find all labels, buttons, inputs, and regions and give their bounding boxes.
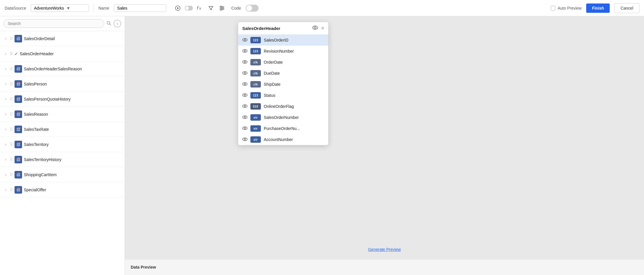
popup-field-item[interactable]: strAccountNumber: [238, 134, 328, 145]
expand-arrow-icon[interactable]: ›: [3, 97, 8, 101]
type-badge: 123: [250, 37, 261, 43]
sidebar-item-label: SalesReason: [24, 112, 48, 117]
svg-point-92: [244, 117, 246, 118]
play-button[interactable]: [173, 3, 182, 13]
popup-field-item[interactable]: 123RevisionNumber: [238, 46, 328, 57]
sidebar-item[interactable]: ›⠿ ShoppingCartItem: [0, 167, 125, 182]
toggle-button[interactable]: [184, 3, 193, 13]
field-eye-icon[interactable]: [242, 93, 247, 98]
expand-arrow-icon[interactable]: ›: [3, 142, 8, 147]
field-eye-icon[interactable]: [242, 126, 247, 131]
expand-arrow-icon[interactable]: ›: [3, 158, 8, 162]
field-eye-icon[interactable]: [242, 60, 247, 65]
field-eye-icon[interactable]: [242, 71, 247, 76]
svg-point-3: [185, 6, 189, 10]
svg-point-94: [244, 128, 246, 129]
popup-field-item[interactable]: clkDueDate: [238, 68, 328, 79]
info-icon[interactable]: i: [114, 20, 121, 27]
svg-rect-68: [18, 173, 20, 174]
sidebar-item[interactable]: ›⠿ SalesReason: [0, 107, 125, 122]
sidebar-item[interactable]: ›⠿ SalesTerritoryHistory: [0, 152, 125, 167]
sidebar-item[interactable]: ›⠿✓SalesOrderHeader: [0, 46, 125, 61]
toggle-knob: [246, 5, 252, 11]
popup-field-item[interactable]: clkShipDate: [238, 79, 328, 90]
drag-handle-icon: ⠿: [10, 51, 13, 56]
generate-preview-link[interactable]: Generate Preview: [368, 247, 401, 252]
finish-button[interactable]: Finish: [586, 3, 610, 13]
auto-preview-checkbox[interactable]: [551, 6, 555, 10]
datasource-dropdown[interactable]: AdventureWorks ▼: [31, 4, 89, 12]
sidebar-item[interactable]: ›⠿ SalesTaxRate: [0, 122, 125, 137]
drag-handle-icon: ⠿: [10, 97, 13, 101]
filter-button[interactable]: [206, 3, 216, 13]
svg-marker-1: [177, 7, 179, 9]
function-button[interactable]: fx: [195, 3, 204, 13]
field-eye-icon[interactable]: [242, 137, 247, 142]
drag-handle-icon: ⠿: [10, 82, 13, 86]
name-input[interactable]: [114, 4, 166, 12]
table-icon: [15, 126, 22, 133]
svg-point-81: [243, 60, 247, 63]
popup-field-item[interactable]: 123Status: [238, 90, 328, 101]
svg-rect-56: [18, 142, 20, 144]
sliders-button[interactable]: [217, 3, 227, 13]
sidebar-item[interactable]: ›⠿ SalesPerson: [0, 76, 125, 92]
sidebar-item[interactable]: ›⠿ SalesPersonQuotaHistory: [0, 92, 125, 107]
svg-rect-50: [18, 127, 20, 128]
sidebar-item-label: SalesPerson: [24, 82, 47, 86]
popup-field-label: SalesOrderNumber: [264, 115, 299, 120]
main-area: SalesOrderHeader × 123SalesOrderID123Rev…: [125, 16, 644, 275]
popup-field-item[interactable]: clkOrderDate: [238, 57, 328, 68]
svg-point-80: [244, 50, 246, 52]
sidebar-item-label: ShoppingCartItem: [24, 172, 57, 177]
cancel-button[interactable]: Cancel: [614, 3, 639, 13]
chevron-down-icon: ▼: [66, 6, 86, 10]
toolbar-icons: fx: [173, 3, 227, 13]
popup-close-button[interactable]: ×: [321, 26, 324, 31]
sidebar-item[interactable]: ›⠿ SalesOrderDetail: [0, 31, 125, 46]
popup-field-item[interactable]: 010OnlineOrderFlag: [238, 101, 328, 112]
search-bar: i: [0, 16, 125, 31]
expand-arrow-icon[interactable]: ›: [3, 52, 8, 56]
search-icon[interactable]: [107, 21, 111, 26]
auto-preview-area: Auto Preview: [551, 6, 582, 10]
sidebar-item[interactable]: ›⠿ SpecialOffer: [0, 182, 125, 197]
svg-rect-44: [18, 112, 20, 113]
table-icon: [15, 110, 22, 118]
popup-field-item[interactable]: strPurchaseOrderNu...: [238, 123, 328, 134]
expand-arrow-icon[interactable]: ›: [3, 173, 8, 177]
type-badge: 123: [250, 48, 261, 54]
drag-handle-icon: ⠿: [10, 127, 13, 132]
popup-header: SalesOrderHeader ×: [238, 22, 328, 35]
popup-field-item[interactable]: strSalesOrderNumber: [238, 112, 328, 123]
expand-arrow-icon[interactable]: ›: [3, 67, 8, 71]
field-eye-icon[interactable]: [242, 49, 247, 53]
expand-arrow-icon[interactable]: ›: [3, 188, 8, 192]
popup-field-label: OnlineOrderFlag: [264, 104, 294, 109]
sidebar-item[interactable]: ›⠿ SalesOrderHeaderSalesReason: [0, 61, 125, 76]
divider: [94, 3, 94, 13]
sidebar-item[interactable]: ›⠿ SalesTerritory: [0, 137, 125, 152]
field-eye-icon[interactable]: [242, 38, 247, 42]
table-icon: [15, 171, 22, 178]
svg-point-8: [220, 6, 222, 7]
expand-arrow-icon[interactable]: ›: [3, 127, 8, 131]
field-eye-icon[interactable]: [242, 104, 247, 109]
popup-field-label: OrderDate: [264, 60, 283, 65]
popup-eye-icon[interactable]: [312, 26, 318, 31]
table-icon: [15, 95, 22, 103]
top-bar: DataSource AdventureWorks ▼ Name fx: [0, 0, 644, 16]
svg-point-77: [243, 38, 247, 41]
svg-point-10: [222, 7, 224, 9]
search-input[interactable]: [3, 19, 104, 28]
svg-point-93: [243, 127, 247, 130]
field-eye-icon[interactable]: [242, 82, 247, 87]
code-toggle[interactable]: [246, 5, 259, 12]
type-badge: clk: [250, 70, 261, 76]
expand-arrow-icon[interactable]: ›: [3, 82, 8, 86]
expand-arrow-icon[interactable]: ›: [3, 112, 8, 116]
expand-arrow-icon[interactable]: ›: [3, 37, 8, 41]
field-eye-icon[interactable]: [242, 115, 247, 120]
type-badge: clk: [250, 59, 261, 65]
popup-field-item[interactable]: 123SalesOrderID: [238, 35, 328, 46]
